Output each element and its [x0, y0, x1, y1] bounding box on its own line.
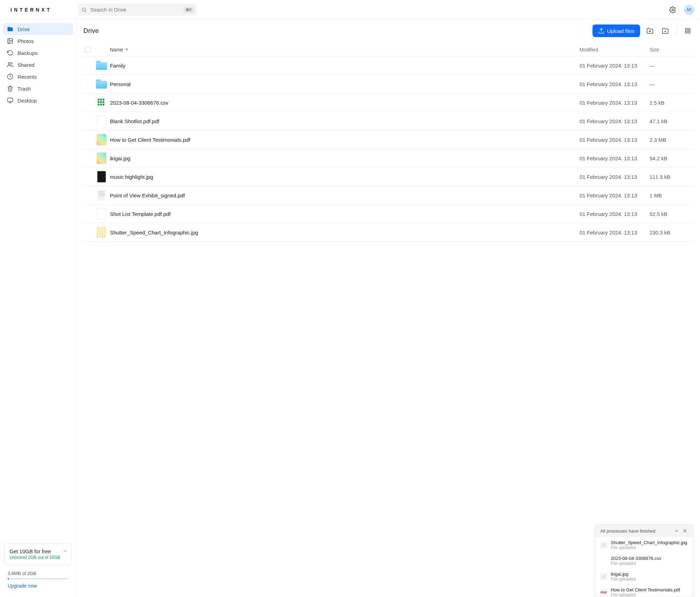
sidebar-item-photos[interactable]: Photos — [3, 35, 73, 47]
column-modified[interactable]: Modified — [580, 47, 650, 52]
folder-download-icon — [646, 27, 653, 34]
gear-icon — [669, 6, 676, 13]
select-all-checkbox[interactable] — [85, 47, 90, 52]
table-row[interactable]: 2023-08-04-3306676.csv 01 February 2024.… — [83, 93, 693, 112]
sidebar-item-desktop[interactable]: Desktop — [3, 94, 73, 106]
grid-view-button[interactable] — [682, 26, 693, 36]
toast-item: PDFHow to Get Client Testimonials.pdfFil… — [595, 584, 693, 597]
table-row[interactable]: Shot List Template.pdf.pdf 01 February 2… — [83, 205, 693, 223]
toast-item: ikigai.jpgFile uploaded — [595, 569, 693, 584]
sidebar-item-label: Recents — [18, 74, 37, 80]
sidebar-item-label: Photos — [18, 38, 34, 44]
table-row[interactable]: Family 01 February 2024. 13:13 — — [83, 56, 693, 75]
table-row[interactable]: music highlight.jpg 01 February 2024. 13… — [83, 168, 693, 186]
toast-file-status: File uploaded — [611, 545, 687, 550]
toast-file-name: ikigai.jpg — [611, 571, 636, 577]
promo-title: Get 10GB for free — [9, 548, 67, 554]
image-icon — [7, 38, 13, 44]
close-icon[interactable] — [682, 528, 688, 534]
arrow-up-icon — [125, 48, 129, 52]
promo-card[interactable]: Get 10GB for free Unlocked 2GB out of 10… — [4, 543, 72, 565]
file-name: Blank Shotlist.pdf.pdf — [110, 118, 580, 124]
main-content: Drive Upload files — [76, 20, 700, 597]
svg-point-21 — [604, 575, 605, 576]
table-row[interactable]: Point of View Exhibit_signed.pdf 01 Febr… — [83, 186, 693, 205]
chevron-up-icon — [62, 548, 68, 554]
toast-file-status: File uploaded — [611, 592, 680, 597]
settings-button[interactable] — [667, 4, 678, 15]
history-icon — [7, 50, 13, 56]
table-row[interactable]: How to Get Client Testimonials.pdf 01 Fe… — [83, 131, 693, 149]
search-box[interactable]: ⌘F — [78, 3, 197, 16]
breadcrumb: Drive — [83, 27, 99, 35]
file-list: Name Modified Size Family 01 February 20… — [83, 43, 693, 242]
search-icon — [81, 7, 87, 13]
sidebar-item-backups[interactable]: Backups — [3, 47, 73, 59]
file-name: Shot List Template.pdf.pdf — [110, 211, 580, 217]
search-input[interactable] — [78, 3, 197, 16]
table-row[interactable]: Blank Shotlist.pdf.pdf 01 February 2024.… — [83, 112, 693, 131]
clock-icon — [7, 73, 13, 80]
storage-usage: 3.9MB of 2GB Upgrade now — [3, 571, 73, 594]
table-row[interactable]: Personal 01 February 2024. 13:13 — — [83, 75, 693, 93]
table-row[interactable]: ikigai.jpg 01 February 2024. 13:13 54.2 … — [83, 149, 693, 168]
folder-plus-icon — [662, 27, 669, 34]
file-name: Family — [110, 63, 580, 69]
folder-icon — [7, 26, 13, 32]
file-size: 2.5 kB — [650, 100, 692, 106]
file-size: 47.1 kB — [650, 118, 692, 124]
upgrade-link[interactable]: Upgrade now — [8, 583, 68, 589]
file-thumb — [96, 134, 107, 145]
new-folder-button[interactable] — [660, 25, 671, 36]
file-name: ikigai.jpg — [110, 155, 580, 161]
toast-title: All processes have finished — [600, 528, 656, 534]
svg-rect-7 — [8, 98, 13, 102]
file-size: — — [650, 63, 692, 69]
upload-icon — [598, 28, 604, 34]
new-folder-download-button[interactable] — [644, 25, 656, 36]
file-name: Point of View Exhibit_signed.pdf — [110, 192, 580, 198]
file-thumb — [96, 227, 107, 238]
file-modified: 01 February 2024. 13:13 — [580, 63, 650, 69]
upload-toast: All processes have finished Shutter_Spee… — [595, 524, 693, 597]
list-header: Name Modified Size — [83, 43, 693, 56]
header: INTERNXT ⌘F MI — [0, 0, 700, 20]
column-name[interactable]: Name — [110, 47, 580, 52]
svg-point-0 — [82, 8, 85, 11]
file-thumb — [96, 78, 107, 90]
sidebar-item-label: Backups — [18, 50, 38, 56]
file-name: How to Get Client Testimonials.pdf — [110, 137, 580, 143]
sidebar-item-drive[interactable]: Drive — [3, 23, 73, 35]
svg-point-4 — [9, 40, 9, 40]
file-modified: 01 February 2024. 13:13 — [580, 81, 650, 87]
avatar[interactable]: MI — [684, 5, 694, 15]
file-thumb — [96, 208, 107, 219]
toast-item: Shutter_Speed_Chart_Infographic.jpgFile … — [595, 537, 693, 553]
svg-point-20 — [604, 544, 605, 545]
table-row[interactable]: Shutter_Speed_Chart_Infographic.jpg 01 F… — [83, 223, 693, 242]
file-modified: 01 February 2024. 13:13 — [580, 211, 650, 217]
toast-file-status: File uploaded — [611, 561, 661, 566]
column-size[interactable]: Size — [650, 47, 692, 52]
chevron-down-icon[interactable] — [674, 528, 679, 534]
svg-rect-13 — [685, 28, 687, 30]
sidebar: DrivePhotosBackupsSharedRecentsTrashDesk… — [0, 20, 76, 597]
file-modified: 01 February 2024. 13:13 — [580, 155, 650, 161]
promo-subtitle: Unlocked 2GB out of 10GB — [9, 555, 67, 560]
svg-point-2 — [672, 9, 674, 10]
file-name: Shutter_Speed_Chart_Infographic.jpg — [110, 230, 580, 236]
file-thumb — [96, 153, 107, 164]
monitor-icon — [7, 97, 13, 104]
sidebar-item-shared[interactable]: Shared — [3, 59, 73, 71]
toast-file-name: 2023-08-04-3306676.csv — [611, 556, 661, 561]
file-size: 1 MB — [650, 192, 692, 198]
file-name: music highlight.jpg — [110, 174, 580, 180]
file-name: Personal — [110, 81, 580, 87]
file-thumb — [96, 171, 107, 182]
file-name: 2023-08-04-3306676.csv — [110, 100, 580, 106]
file-modified: 01 February 2024. 13:13 — [580, 230, 650, 236]
upload-files-button[interactable]: Upload files — [592, 24, 640, 37]
svg-rect-15 — [688, 31, 690, 33]
sidebar-item-trash[interactable]: Trash — [3, 83, 73, 94]
sidebar-item-recents[interactable]: Recents — [3, 71, 73, 83]
